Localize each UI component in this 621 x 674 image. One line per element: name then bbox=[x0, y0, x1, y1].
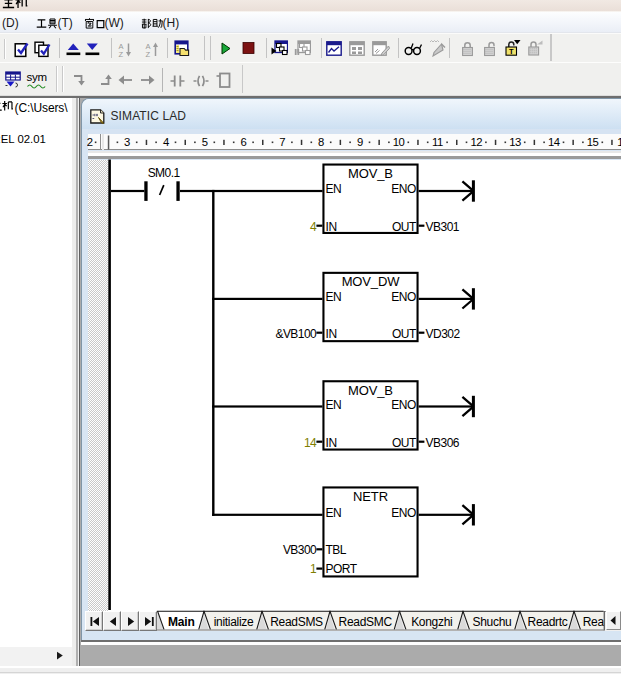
svg-text:VB300: VB300 bbox=[283, 543, 317, 557]
svg-text:SM0.1: SM0.1 bbox=[148, 166, 181, 180]
svg-text:1: 1 bbox=[617, 136, 621, 148]
svg-text:EN: EN bbox=[326, 506, 342, 520]
svg-text:T: T bbox=[509, 47, 514, 56]
svg-text:11: 11 bbox=[432, 136, 443, 148]
svg-text:ReadSMS: ReadSMS bbox=[270, 615, 323, 629]
svg-text:ENO: ENO bbox=[391, 506, 416, 520]
svg-text:6: 6 bbox=[241, 136, 247, 148]
svg-text:OUT: OUT bbox=[392, 436, 417, 450]
svg-text:VD302: VD302 bbox=[426, 327, 461, 341]
svg-text:15: 15 bbox=[587, 136, 599, 148]
svg-text:IN: IN bbox=[326, 327, 337, 341]
svg-text:3: 3 bbox=[124, 136, 130, 148]
svg-text:5: 5 bbox=[202, 136, 208, 148]
svg-text:10: 10 bbox=[393, 136, 405, 148]
svg-text:4: 4 bbox=[163, 136, 169, 148]
svg-text:TBL: TBL bbox=[326, 543, 347, 557]
svg-text:EN: EN bbox=[326, 290, 342, 304]
svg-text:EN: EN bbox=[326, 182, 342, 196]
svg-text:4: 4 bbox=[310, 220, 317, 234]
svg-text:Readrtc: Readrtc bbox=[528, 615, 568, 629]
svg-text:Z: Z bbox=[145, 50, 150, 58]
svg-text:14: 14 bbox=[304, 436, 317, 450]
svg-text:EN: EN bbox=[326, 398, 342, 412]
svg-text:MOV_DW: MOV_DW bbox=[342, 274, 400, 289]
svg-text:NETR: NETR bbox=[353, 489, 388, 504]
svg-text:7: 7 bbox=[279, 136, 285, 148]
svg-text:8: 8 bbox=[318, 136, 324, 148]
svg-text:2: 2 bbox=[87, 136, 93, 148]
svg-text:VB306: VB306 bbox=[426, 436, 460, 450]
svg-text:MOV_B: MOV_B bbox=[348, 383, 393, 398]
svg-text:ReadSMC: ReadSMC bbox=[339, 615, 393, 629]
svg-text:ENO: ENO bbox=[391, 182, 416, 196]
svg-text:PORT: PORT bbox=[326, 562, 358, 576]
svg-text:ENO: ENO bbox=[391, 290, 416, 304]
svg-text:initialize: initialize bbox=[214, 615, 254, 629]
svg-text:Kongzhi: Kongzhi bbox=[411, 615, 452, 629]
svg-text:VB301: VB301 bbox=[426, 220, 460, 234]
svg-text:12: 12 bbox=[470, 136, 482, 148]
svg-text:14: 14 bbox=[548, 136, 560, 148]
svg-text:Z: Z bbox=[119, 50, 124, 58]
svg-text:IN: IN bbox=[326, 220, 337, 234]
svg-text:OUT: OUT bbox=[392, 220, 417, 234]
svg-text:Rea: Rea bbox=[583, 615, 605, 629]
svg-text:ENO: ENO bbox=[391, 398, 416, 412]
svg-text:9: 9 bbox=[357, 136, 363, 148]
svg-text:Shuchu: Shuchu bbox=[473, 615, 512, 629]
svg-text:MOV_B: MOV_B bbox=[348, 166, 393, 181]
svg-text:1: 1 bbox=[310, 562, 317, 576]
svg-text:OUT: OUT bbox=[392, 327, 417, 341]
svg-text:&VB100: &VB100 bbox=[275, 327, 317, 341]
svg-text:13: 13 bbox=[509, 136, 521, 148]
svg-text:IN: IN bbox=[326, 436, 337, 450]
svg-text:Main: Main bbox=[168, 615, 195, 629]
